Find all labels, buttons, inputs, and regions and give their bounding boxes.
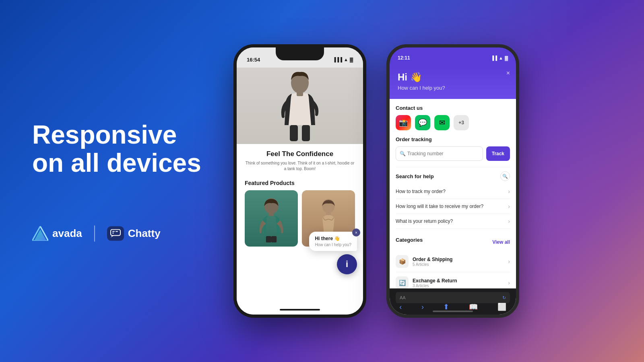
category-item-2-info: Exchange & Return 3 Articles [413,278,457,288]
svg-rect-10 [297,92,303,96]
phone2-content: × Hi 👋 How can I help you? Contact us 📸 … [390,66,516,315]
faq-chevron-3: › [508,218,510,224]
battery-icon: ▓ [350,57,353,62]
phone1-text-section: Feel The Confidence Think of something y… [237,144,363,176]
wifi-icon: ▲ [344,57,348,62]
browser-share-icon[interactable]: ⬆ [443,302,449,311]
browser-tabs-icon[interactable]: ⬜ [497,302,506,311]
track-button[interactable]: Track [486,146,510,161]
chat-popup: × Hi there 👋 How can I help you? [309,232,357,251]
svg-marker-1 [34,229,46,241]
tracking-number-input[interactable] [396,146,483,161]
tracking-search-icon: 🔍 [400,151,406,156]
browser-forward-icon[interactable]: › [421,303,424,311]
phone1-content: Feel The Confidence Think of something y… [237,68,363,315]
product-card-1[interactable] [245,190,298,247]
svg-rect-11 [290,125,298,141]
svg-rect-12 [302,125,310,141]
wechat-contact-icon[interactable]: 💬 [415,115,430,130]
category-item-1-info: Order & Shipping 5 Articles [413,257,452,267]
line-icon-symbol: ✉ [439,118,445,127]
phone1-container: 16:54 ▐▐▐ ▲ ▓ [233,44,366,318]
chat-close-button[interactable]: × [352,228,360,237]
featured-products-title: Featured Products [245,180,355,186]
instagram-contact-icon[interactable]: 📸 [396,115,411,130]
order-tracking-label: Order tracking [396,136,510,142]
instagram-icon-symbol: 📸 [399,118,408,127]
chat-subgreeting: How can I help you? [398,85,508,91]
chat-bubble-overlay: × Hi there 👋 How can I help you? i [309,232,357,274]
phone2: 12:11 ▐▐ ▲ ▓ × Hi 👋 How can I help you? … [386,44,519,318]
brand-logos: avada Chatty [32,225,201,241]
browser-nav-icons: ‹ › ⬆ 📖 ⬜ [390,302,516,311]
chat-popup-subtitle: How can I help you? [315,243,351,247]
chat-close-icon[interactable]: × [506,70,510,77]
chat-fab-label: i [346,259,348,269]
chat-popup-title: Hi there 👋 [315,236,351,241]
category-item-1[interactable]: 📦 Order & Shipping 5 Articles › [396,251,510,272]
search-help-icon[interactable]: 🔍 [500,171,510,181]
chat-greeting: Hi 👋 [398,72,508,83]
tracking-input-wrapper: 🔍 [396,146,483,161]
chat-fab-button[interactable]: i [337,254,357,274]
svg-rect-5 [112,231,115,232]
svg-rect-4 [111,229,120,235]
phone1-status-icons: ▐▐▐ ▲ ▓ [333,57,353,62]
phone1-time: 16:54 [247,57,260,63]
category-item-2-count: 3 Articles [413,284,457,288]
faq-item-1[interactable]: How to track my order? › [396,184,510,199]
phone1: 16:54 ▐▐▐ ▲ ▓ [233,44,366,318]
search-for-help-label: Search for help [396,173,434,179]
view-all-link[interactable]: View all [492,239,510,245]
category-item-1-left: 📦 Order & Shipping 5 Articles [396,255,452,268]
browser-back-icon[interactable]: ‹ [399,303,402,311]
category-chevron-2: › [508,280,510,286]
svg-rect-14 [269,213,274,216]
phone2-signal-icon: ▐▐ [491,56,497,60]
faq-chevron-2: › [508,203,510,210]
headline: Responsive on all devices [32,121,201,177]
phone2-container: 12:11 ▐▐ ▲ ▓ × Hi 👋 How can I help you? … [386,44,519,318]
category-item-2-left: 🔄 Exchange & Return 3 Articles [396,276,457,289]
phone1-hero-title: Feel The Confidence [245,150,355,158]
hero-image [237,68,363,144]
chatty-speech-icon [110,229,121,238]
headline-line2: on all devices [32,148,201,177]
phone2-status-bar: 12:11 ▐▐ ▲ ▓ [390,47,516,66]
categories-label: Categories [396,237,423,243]
phone2-time: 12:11 [398,55,410,61]
line-contact-icon[interactable]: ✉ [434,115,450,130]
svg-rect-16 [271,236,277,243]
tracking-input-row: 🔍 Track [396,146,510,161]
category-chevron-1: › [508,258,510,265]
browser-bookmarks-icon[interactable]: 📖 [469,302,478,311]
contact-icons-row: 📸 💬 ✉ +3 [396,115,510,130]
signal-icon: ▐▐▐ [333,57,342,62]
browser-refresh-icon[interactable]: ↻ [502,295,506,300]
chat-header: × Hi 👋 How can I help you? [390,66,516,99]
phone2-status-icons: ▐▐ ▲ ▓ [491,56,508,60]
faq-question-2: How long will it take to receive my orde… [396,204,483,209]
phone2-wifi-icon: ▲ [499,56,503,60]
headline-line1: Responsive [32,120,177,149]
phone1-notch [276,47,324,60]
faq-item-3[interactable]: What is your return policy? › [396,214,510,229]
chatty-label: Chatty [128,227,161,240]
avada-icon [32,226,48,241]
svg-marker-8 [111,235,114,237]
phone1-home-bar [280,309,320,311]
more-icon-label: +3 [458,120,464,125]
faq-item-2[interactable]: How long will it take to receive my orde… [396,199,510,214]
phone1-hero-subtitle: Think of something you love. Think of it… [245,160,355,172]
browser-address-bar: AA ↻ [396,292,510,303]
more-contact-icon[interactable]: +3 [454,115,469,130]
exchange-return-icon: 🔄 [396,276,409,289]
svg-rect-7 [112,232,114,233]
category-item-2-title: Exchange & Return [413,278,457,284]
product-person-1 [245,190,298,247]
avada-label: avada [52,227,82,240]
order-tracking-section: Order tracking 🔍 Track [396,136,510,161]
contact-us-section: Contact us 📸 💬 ✉ +3 [396,105,510,130]
browser-aa-label: AA [400,295,406,300]
search-help-row: Search for help 🔍 [396,167,510,184]
